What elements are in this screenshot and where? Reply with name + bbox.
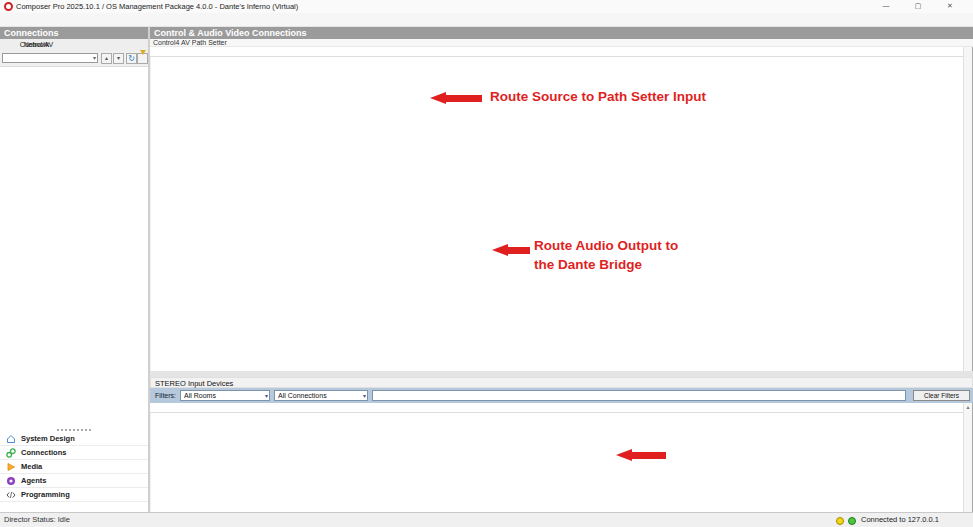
connections-filter-dropdown[interactable]: All Connections▾ <box>274 390 368 401</box>
nav-agents[interactable]: Agents <box>0 474 148 488</box>
devices-table-scrollbar[interactable]: ▲ <box>963 403 972 512</box>
tree-search-combobox[interactable]: ▾ <box>2 53 98 63</box>
refresh-icon[interactable]: ↻ <box>126 53 137 64</box>
filters-label: Filters: <box>155 388 176 403</box>
nav-label: Agents <box>21 476 46 485</box>
link-icon <box>6 448 16 458</box>
nav-connections[interactable]: Connections <box>0 446 148 460</box>
device-subheader: Control4 AV Path Setter <box>150 39 973 47</box>
clear-filters-button[interactable]: Clear Filters <box>913 390 970 401</box>
connections-panel-header: Connections <box>0 27 148 39</box>
chevron-down-icon: ▾ <box>265 392 268 401</box>
connections-table <box>151 57 963 371</box>
nav-label: System Design <box>21 434 75 443</box>
titlebar: Composer Pro 2025.10.1 / OS Management P… <box>0 0 973 13</box>
status-yellow-icon <box>836 517 844 525</box>
splitter-grip[interactable] <box>57 429 91 431</box>
director-status: Director Status: Idle <box>4 513 70 527</box>
tab-network[interactable]: Network <box>0 39 73 51</box>
connection-status: Connected to 127.0.0.1 <box>861 513 939 527</box>
bottom-panel-title: STEREO Input Devices <box>150 377 973 388</box>
connections-table-scrollbar[interactable] <box>963 47 972 371</box>
play-icon <box>6 462 16 472</box>
statusbar: Director Status: Idle Connected to 127.0… <box>0 512 973 527</box>
maximize-button[interactable]: ▢ <box>908 0 928 13</box>
devices-column-header <box>150 403 963 413</box>
house-icon <box>6 434 16 444</box>
chevron-down-icon: ▾ <box>93 54 96 63</box>
chevron-down-icon: ▾ <box>363 392 366 401</box>
close-button[interactable]: ✕ <box>940 0 960 13</box>
main-panel-header: Control & Audio Video Connections <box>150 27 973 39</box>
stereo-input-devices-table <box>151 413 963 512</box>
move-up-button[interactable]: ▴ <box>101 53 112 64</box>
composer-pro-app-icon <box>4 2 13 11</box>
agents-icon <box>6 476 16 486</box>
rooms-filter-dropdown[interactable]: All Rooms▾ <box>180 390 270 401</box>
filter-funnel-icon[interactable] <box>137 53 148 64</box>
window-title: Composer Pro 2025.10.1 / OS Management P… <box>16 0 298 13</box>
filter-bar: Filters: All Rooms▾ All Connections▾ Cle… <box>150 388 973 403</box>
nav-system-design[interactable]: System Design <box>0 432 148 446</box>
system-tree <box>0 66 148 428</box>
nav-label: Programming <box>21 490 70 499</box>
panel-divider[interactable] <box>148 27 150 512</box>
code-icon <box>6 490 16 500</box>
move-down-button[interactable]: ▾ <box>113 53 124 64</box>
scroll-up-icon[interactable]: ▲ <box>964 403 972 411</box>
tree-toolbar: ▾ ▴ ▾ ↻ <box>0 51 148 66</box>
nav-label: Media <box>21 462 42 471</box>
connections-tabs: Control/AV Network <box>0 39 148 51</box>
left-nav: System Design Connections Media Agents P… <box>0 427 148 512</box>
status-green-icon <box>848 517 856 525</box>
menubar <box>0 13 973 27</box>
nav-programming[interactable]: Programming <box>0 488 148 502</box>
minimize-button[interactable]: — <box>876 0 896 13</box>
device-filter-input[interactable] <box>372 390 906 401</box>
nav-label: Connections <box>21 448 66 457</box>
nav-media[interactable]: Media <box>0 460 148 474</box>
connections-column-header <box>150 47 963 57</box>
